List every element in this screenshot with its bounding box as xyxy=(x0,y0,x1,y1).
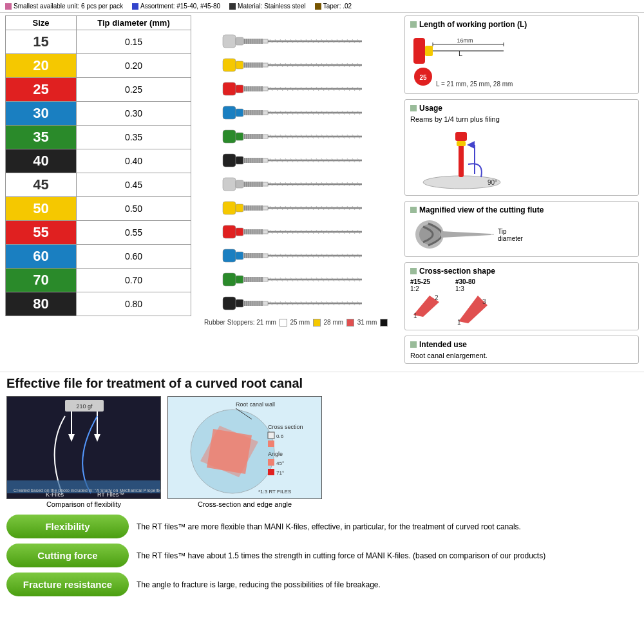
table-row: 25 0.25 xyxy=(6,78,394,102)
file-illustration-35 xyxy=(191,126,394,149)
svg-text:Cross section: Cross section xyxy=(268,424,303,430)
rubber-28mm: 28 mm xyxy=(324,319,345,326)
tip-cell-70: 0.70 xyxy=(77,269,191,292)
svg-rect-188 xyxy=(263,158,268,162)
rubber-box-21 xyxy=(279,319,287,327)
size-cell-45: 45 xyxy=(6,173,77,197)
usage-icon xyxy=(410,105,417,111)
svg-rect-328 xyxy=(263,254,268,258)
legend-assortment-icon xyxy=(132,3,138,10)
svg-rect-467 xyxy=(268,459,274,466)
size-cell-50: 50 xyxy=(6,197,77,221)
svg-rect-106 xyxy=(236,109,243,117)
cs-item-2: #30-80 1:3 3 1 xyxy=(455,278,488,326)
file-illustration-70 xyxy=(191,269,394,292)
size-cell-15: 15 xyxy=(6,30,77,54)
svg-text:25: 25 xyxy=(419,74,427,81)
table-row: 45 0.45 xyxy=(6,173,394,197)
legend-material-label: Material: Stainless steel xyxy=(238,3,306,10)
tip-cell-60: 0.60 xyxy=(77,245,191,269)
svg-rect-434 xyxy=(457,141,466,146)
flexibility-img: 210 gf K-Files RT Files™ Created based xyxy=(6,396,161,499)
cutting-force-button[interactable]: Cutting force xyxy=(6,544,129,567)
legend-assortment-label: Assortment: #15-40, #45-80 xyxy=(140,3,220,10)
svg-text:L = 21 mm, 25 mm, 28 mm, 31 mm: L = 21 mm, 25 mm, 28 mm, 31 mm xyxy=(436,80,513,88)
svg-text:Root canal wall: Root canal wall xyxy=(236,401,275,408)
svg-rect-245 xyxy=(223,202,236,214)
svg-text:3: 3 xyxy=(482,298,486,305)
svg-text:45°: 45° xyxy=(276,460,284,466)
feature-flexibility: Flexibility The RT files™ are more flexi… xyxy=(6,515,638,538)
cs-shape-1: 2 1 xyxy=(410,292,442,318)
svg-rect-153 xyxy=(263,135,268,138)
svg-text:1: 1 xyxy=(413,312,417,318)
file-illustration-60 xyxy=(191,245,394,269)
flexibility-label: Comparison of flexibility xyxy=(6,500,161,508)
svg-rect-385 xyxy=(223,297,236,310)
size-cell-55: 55 xyxy=(6,221,77,245)
svg-rect-315 xyxy=(223,249,236,262)
lwp-diagram: 16mm L 25 L = 21 mm, 25 mm, 28 mm, 31 mm xyxy=(410,32,513,90)
flexibility-desc: The RT files™ are more flexible than MAN… xyxy=(137,521,638,533)
lwp-icon xyxy=(410,21,417,28)
svg-rect-71 xyxy=(236,85,243,93)
usage-desc: Reams by 1/4 turn plus filing xyxy=(410,115,633,123)
tip-cell-15: 0.15 xyxy=(77,30,191,54)
flexibility-button[interactable]: Flexibility xyxy=(6,515,129,538)
usage-block: Usage Reams by 1/4 turn plus filing 90° xyxy=(404,99,639,196)
size-cell-60: 60 xyxy=(6,245,77,269)
svg-text:2: 2 xyxy=(435,294,439,301)
svg-rect-463 xyxy=(268,432,274,439)
cross-section-title: Cross-section shape xyxy=(410,267,633,276)
bottom-title: Effective file for treatment of a curved… xyxy=(6,376,638,391)
feature-rows: Flexibility The RT files™ are more flexi… xyxy=(6,515,638,596)
file-illustration-45 xyxy=(191,173,394,197)
lwp-title: Length of working portion (L) xyxy=(410,20,633,29)
svg-rect-175 xyxy=(223,154,236,167)
size-cell-40: 40 xyxy=(6,149,77,173)
svg-rect-281 xyxy=(236,228,243,236)
svg-rect-351 xyxy=(236,276,243,283)
file-illustration-40 xyxy=(191,149,394,173)
cutting-force-desc: The RT files™ have about 1.5 times the s… xyxy=(137,550,638,562)
svg-rect-176 xyxy=(236,156,243,164)
svg-text:*1:3 RT FILES: *1:3 RT FILES xyxy=(258,489,291,495)
svg-rect-464 xyxy=(268,440,274,447)
svg-rect-118 xyxy=(263,111,268,115)
rubber-box-25 xyxy=(313,319,321,327)
tip-cell-45: 0.45 xyxy=(77,173,191,197)
tip-cell-25: 0.25 xyxy=(77,78,191,102)
feature-fracture: Fracture resistance The angle to fractur… xyxy=(6,573,638,596)
top-info-bar: Smallest available unit: 6 pcs per pack … xyxy=(0,0,644,13)
svg-text:1: 1 xyxy=(457,319,461,325)
svg-rect-293 xyxy=(263,230,268,234)
tip-cell-30: 0.30 xyxy=(77,102,191,126)
svg-rect-386 xyxy=(236,299,243,307)
tip-cell-50: 0.50 xyxy=(77,197,191,221)
svg-rect-35 xyxy=(223,59,236,71)
file-illustration-15 xyxy=(191,30,394,54)
table-row: 40 0.40 xyxy=(6,149,394,173)
lwp-content: 16mm L 25 L = 21 mm, 25 mm, 28 mm, 31 mm xyxy=(410,32,633,90)
svg-rect-258 xyxy=(263,206,268,210)
file-illustration-25 xyxy=(191,78,394,102)
svg-text:71°: 71° xyxy=(276,470,284,476)
svg-rect-13 xyxy=(263,39,268,43)
size-cell-80: 80 xyxy=(6,292,77,316)
svg-text:Created based on the photo inc: Created based on the photo included in: … xyxy=(14,488,161,493)
svg-rect-210 xyxy=(223,178,236,191)
table-row: 30 0.30 xyxy=(6,102,394,126)
svg-text:L: L xyxy=(459,50,462,57)
legend-assortment: Assortment: #15-40, #45-80 xyxy=(132,3,220,10)
flute-svg xyxy=(410,217,494,252)
svg-rect-223 xyxy=(263,182,268,186)
cs-shape-2: 3 1 xyxy=(455,292,488,325)
flexibility-comparison-container: 210 gf K-Files RT Files™ Created based xyxy=(6,396,161,508)
intended-use-icon xyxy=(410,341,417,348)
tip-cell-55: 0.55 xyxy=(77,221,191,245)
svg-rect-398 xyxy=(263,301,268,305)
rubber-31mm: 31 mm xyxy=(357,319,379,326)
table-row: 35 0.35 xyxy=(6,126,394,149)
fracture-resistance-button[interactable]: Fracture resistance xyxy=(6,573,129,596)
size-table: Size Tip diameter (mm) 15 0.15 20 0.20 xyxy=(5,15,394,316)
